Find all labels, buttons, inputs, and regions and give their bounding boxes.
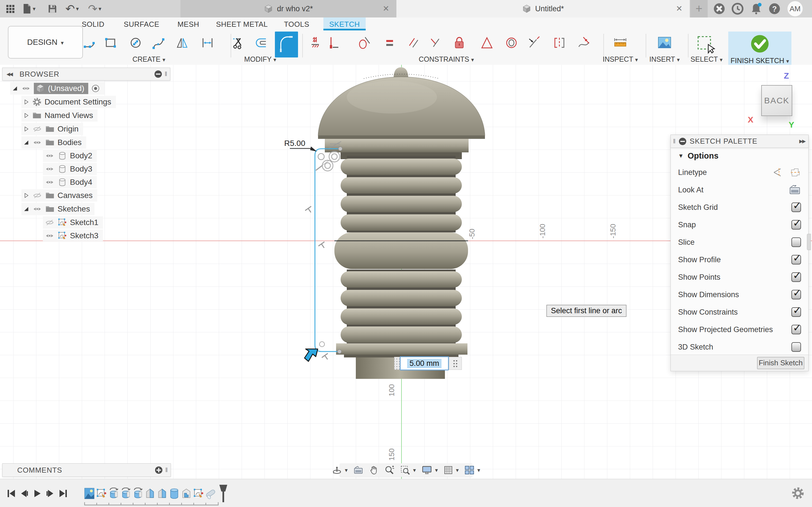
file-menu-caret[interactable]	[33, 5, 36, 12]
visibility-eye-icon[interactable]	[32, 138, 42, 147]
constraints-group-label[interactable]: CONSTRAINTS	[415, 55, 477, 63]
ribbon-tab-surface[interactable]: SURFACE	[119, 17, 164, 31]
zoom-tool[interactable]	[384, 465, 395, 475]
slice-checkbox[interactable]	[792, 237, 801, 247]
dimension-input-widget[interactable]: 5.00 mm	[394, 356, 462, 370]
zoom-window-tool[interactable]	[400, 465, 416, 475]
options-section-header[interactable]: ▼ Options	[671, 148, 808, 164]
expanded-arrow-icon[interactable]	[23, 139, 29, 146]
save-icon[interactable]	[47, 2, 57, 15]
timeline-extrude-feature[interactable]	[156, 487, 168, 501]
collapsed-arrow-icon[interactable]	[23, 192, 29, 199]
extensions-icon[interactable]	[713, 2, 726, 15]
timeline-combine-feature[interactable]	[180, 487, 193, 501]
visibility-eye-icon[interactable]	[45, 165, 55, 173]
viewport-canvas[interactable]: -50 -100 -150 100 150	[0, 65, 812, 507]
visibility-off-eye-icon[interactable]	[32, 191, 42, 200]
panel-display-icon[interactable]	[679, 138, 686, 145]
create-circle-icon[interactable]	[128, 35, 144, 51]
ribbon-tab-sheet-metal[interactable]: SHEET METAL	[211, 17, 273, 31]
sketch-palette-header[interactable]: ‖ SKETCH PALETTE ▶▶	[671, 135, 808, 148]
constraint-tangent-icon[interactable]	[356, 35, 372, 51]
ribbon-tab-mesh[interactable]: MESH	[166, 17, 211, 31]
timeline-fillet-feature[interactable]	[204, 487, 217, 501]
create-spline-icon[interactable]	[151, 35, 166, 51]
show-dimensions-checkbox[interactable]	[792, 290, 801, 299]
constraint-parallel-icon[interactable]	[405, 35, 421, 51]
document-tab-1[interactable]: dr who v2* ✕	[181, 0, 397, 17]
browser-panel-header[interactable]: ◀◀ BROWSER ‖	[2, 68, 170, 80]
radius-dimension-label[interactable]: R5.00	[284, 139, 305, 148]
visibility-eye-icon[interactable]	[21, 84, 31, 93]
constraint-polygon-icon[interactable]	[479, 35, 495, 51]
linetype-centerline-icon[interactable]	[772, 166, 784, 178]
select-tool-icon[interactable]	[695, 35, 717, 56]
panel-display-icon[interactable]	[154, 70, 162, 78]
redo-caret[interactable]	[99, 5, 101, 12]
browser-node-document-settings[interactable]: Document Settings	[21, 96, 116, 108]
viewcube-face-label[interactable]: BACK	[764, 96, 790, 105]
undo-caret[interactable]	[76, 5, 79, 12]
timeline-sketch-feature[interactable]	[192, 487, 205, 501]
collapse-panel-icon[interactable]: ◀◀	[6, 71, 12, 77]
collapsed-arrow-icon[interactable]	[23, 112, 29, 119]
root-node-selected[interactable]: (Unsaved)	[34, 83, 88, 94]
pan-tool[interactable]	[369, 465, 378, 475]
visibility-eye-icon[interactable]	[32, 205, 42, 213]
ribbon-tab-tools[interactable]: TOOLS	[274, 17, 319, 31]
modify-trim-icon[interactable]	[231, 35, 246, 51]
browser-node-sketches[interactable]: Sketches	[21, 203, 94, 215]
panel-drag-grip[interactable]: ‖	[673, 138, 675, 145]
timeline-play-button[interactable]	[32, 489, 42, 499]
input-drag-grip[interactable]	[394, 357, 400, 370]
browser-node-body4[interactable]: Body4	[43, 176, 97, 188]
file-menu-icon[interactable]	[22, 2, 36, 15]
job-status-clock-icon[interactable]	[731, 2, 744, 15]
panel-drag-grip[interactable]: ‖	[165, 466, 168, 474]
show-projected-geometries-checkbox[interactable]	[792, 325, 801, 334]
snap-checkbox[interactable]	[792, 220, 801, 230]
inspect-measure-icon[interactable]	[612, 35, 628, 51]
panel-resize-handle[interactable]	[807, 234, 811, 250]
help-icon[interactable]: ?	[768, 2, 781, 15]
timeline-go-to-end-button[interactable]	[58, 489, 68, 499]
browser-node-body3[interactable]: Body3	[43, 163, 97, 175]
collapsed-arrow-icon[interactable]	[23, 99, 29, 105]
insert-image-icon[interactable]	[657, 35, 672, 51]
modify-group-label[interactable]: MODIFY	[229, 55, 291, 63]
constraint-curvature-icon[interactable]	[576, 35, 592, 51]
timeline-step-back-button[interactable]	[19, 489, 29, 499]
timeline-canvas-feature[interactable]	[83, 487, 96, 501]
timeline-cylinder-feature[interactable]	[168, 487, 181, 501]
linetype-construction-icon[interactable]	[789, 166, 801, 178]
constraint-midpoint-icon[interactable]	[526, 35, 542, 51]
expanded-arrow-icon[interactable]	[23, 206, 29, 212]
3d-model-body[interactable]	[307, 66, 493, 380]
workspace-selector[interactable]: DESIGN	[8, 26, 83, 59]
notifications-bell-icon[interactable]	[750, 2, 763, 15]
create-rectangle-icon[interactable]	[103, 35, 118, 51]
browser-node-bodies[interactable]: Bodies	[21, 136, 86, 149]
expand-panel-icon[interactable]: ▶▶	[799, 138, 805, 144]
modify-fillet-tool-active[interactable]	[275, 32, 298, 57]
undo-icon[interactable]: ↶	[65, 2, 79, 15]
orbit-tool[interactable]	[332, 465, 348, 475]
browser-node-sketch1[interactable]: Sketch1	[43, 216, 103, 229]
app-grid-menu-icon[interactable]	[5, 2, 15, 15]
timeline-position-marker[interactable]	[218, 484, 229, 504]
timeline-step-forward-button[interactable]	[45, 489, 55, 499]
show-profile-checkbox[interactable]	[792, 255, 801, 265]
visibility-off-eye-icon[interactable]	[32, 125, 42, 133]
constraint-equal-icon[interactable]	[382, 35, 398, 51]
browser-node-body2[interactable]: Body2	[43, 150, 97, 162]
constraint-horizontal-vertical-icon[interactable]	[325, 35, 341, 51]
browser-node-canvases[interactable]: Canvases	[21, 189, 97, 202]
ribbon-tab-sketch-active[interactable]: SKETCH	[323, 17, 366, 31]
collapsed-arrow-icon[interactable]	[23, 126, 29, 132]
visibility-eye-icon[interactable]	[45, 178, 55, 186]
3d-sketch-checkbox[interactable]	[792, 342, 801, 352]
expanded-arrow-icon[interactable]	[12, 86, 18, 92]
create-dimension-icon[interactable]	[200, 35, 215, 51]
tab-close-icon[interactable]: ✕	[674, 4, 684, 13]
dimension-value-input[interactable]: 5.00 mm	[400, 356, 449, 371]
